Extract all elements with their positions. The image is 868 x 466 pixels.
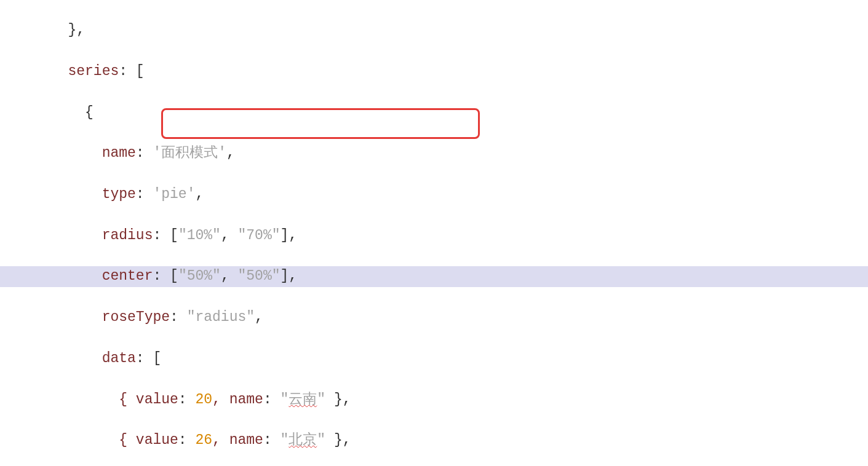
code-text: : [170,309,187,325]
code-string: "10%" [178,227,221,243]
code-number: 26 [195,432,212,448]
code-text: : [136,145,153,161]
code-string-squiggle: 北京 [289,432,317,448]
code-line: series: [ [0,61,868,82]
code-text: }, [325,392,351,408]
code-text: , [221,227,238,243]
code-text: , [221,268,238,284]
code-string: '面积模式' [153,145,226,161]
code-key: { value [0,392,178,408]
code-quote: " [281,392,289,408]
code-string: 'pie' [153,186,195,202]
code-text: : [ [119,63,144,79]
code-string: "radius" [187,309,255,325]
code-text: ], [281,268,298,284]
code-key: radius [0,227,153,243]
code-text: { [0,105,94,120]
code-text: , [195,186,204,202]
code-line: { value: 20, name: "云南" }, [0,390,868,410]
code-key: data [0,350,136,366]
code-string-squiggle: 云南 [289,392,317,408]
code-text: }, [325,432,351,448]
code-line: { [0,103,868,123]
code-text: : [ [153,227,178,243]
code-text: , [226,145,235,161]
code-text: }, [0,22,85,38]
code-string: "50%" [238,268,281,284]
code-line-highlighted: center: ["50%", "50%"], [0,266,868,286]
code-text: : [178,432,196,448]
code-text: : [263,432,281,448]
code-key: type [0,186,136,202]
code-line: }, [0,20,868,41]
code-key: center [0,268,153,284]
code-key: { value [0,432,178,448]
code-text: ], [281,227,298,243]
code-text: : [ [153,268,178,284]
code-text: : [136,186,153,202]
code-line: data: [ [0,349,868,369]
code-line: type: 'pie', [0,184,868,205]
code-number: 20 [195,392,212,408]
code-line: roseType: "radius", [0,307,868,328]
code-line: { value: 26, name: "北京" }, [0,430,868,451]
code-string: "50%" [178,268,221,284]
code-key: , name [212,392,263,408]
code-text: : [ [136,350,161,366]
code-key: roseType [0,309,170,325]
code-editor[interactable]: }, series: [ { name: '面积模式', type: 'pie'… [0,0,868,466]
code-string: "70%" [238,227,281,243]
code-line: radius: ["10%", "70%"], [0,226,868,246]
code-text: : [178,392,196,408]
code-key: series [0,63,119,79]
code-text: : [263,392,281,408]
code-text: , [255,309,263,325]
code-quote: " [317,392,325,408]
code-key: name [0,145,136,161]
code-key: , name [212,432,263,448]
code-quote: " [317,432,325,448]
code-line: name: '面积模式', [0,143,868,164]
code-quote: " [281,432,289,448]
